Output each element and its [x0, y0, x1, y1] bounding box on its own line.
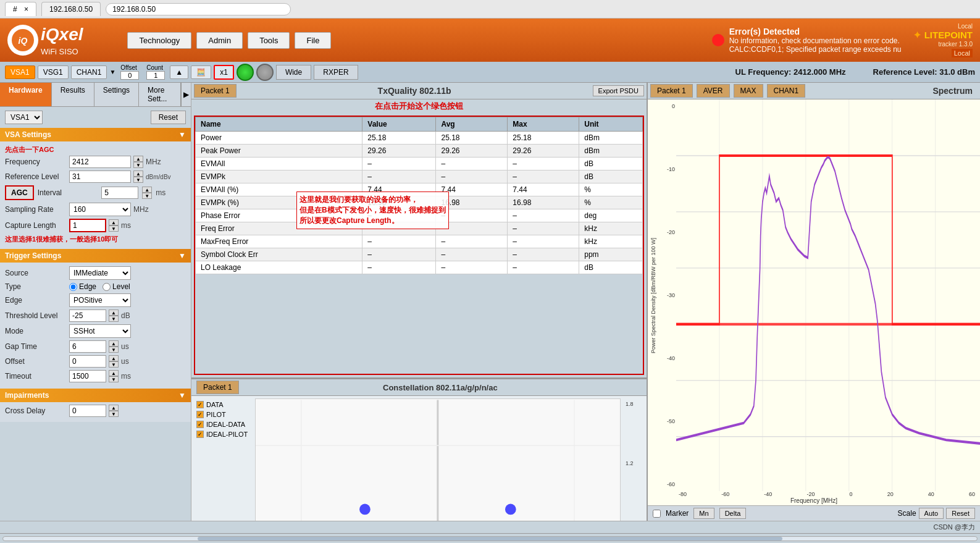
spectrum-inner: Power Spectral Density [dBm/RBW per 100 …	[648, 99, 980, 491]
edge-type-select[interactable]: POSitiveNEGative	[69, 293, 131, 307]
mode-select[interactable]: SSHotCONTinuous	[69, 324, 131, 338]
tab-results[interactable]: Results	[52, 83, 94, 106]
rxper-btn[interactable]: RXPER	[314, 65, 358, 80]
interval-unit: ms	[156, 188, 186, 197]
freq-info: UL Frequency: 2412.000 MHz	[735, 67, 846, 77]
tab-more-settings[interactable]: More Sett...	[139, 83, 181, 106]
table-cell-name: Phase Error	[196, 209, 362, 222]
trig-offset-spin[interactable]: ▲▼	[109, 355, 119, 368]
txq-title: TxQuality 802.11b	[378, 86, 451, 96]
vsg1-btn[interactable]: VSG1	[38, 65, 69, 79]
browser-tab-hash[interactable]: # ×	[5, 2, 36, 16]
admin-btn[interactable]: Admin	[196, 32, 243, 49]
trigger-collapse-icon: ▼	[178, 251, 186, 260]
edge-radio[interactable]	[69, 283, 77, 291]
threshold-unit: dB	[121, 311, 152, 320]
tools-btn[interactable]: Tools	[248, 32, 290, 49]
sampling-unit: MHz	[133, 205, 164, 214]
ref-spin[interactable]: ▲▼	[133, 170, 143, 183]
capture-input[interactable]	[69, 219, 106, 232]
spec-max-tab[interactable]: MAX	[734, 84, 763, 98]
reset-btn[interactable]: Reset	[151, 111, 186, 124]
interval-input[interactable]	[101, 187, 138, 199]
threshold-spin[interactable]: ▲▼	[109, 309, 119, 322]
panel-expand-btn[interactable]: ▶	[181, 83, 191, 106]
cross-delay-spin[interactable]: ▲▼	[109, 405, 119, 417]
timeout-input[interactable]	[69, 370, 106, 382]
vsa-dropdown[interactable]: VSA1	[5, 111, 43, 124]
gap-spin[interactable]: ▲▼	[109, 340, 119, 353]
tab-settings[interactable]: Settings	[94, 83, 139, 106]
wide-btn[interactable]: Wide	[276, 65, 311, 80]
legend-checkbox[interactable]: ✓	[196, 401, 204, 408]
trigger-offset-input[interactable]	[69, 355, 106, 368]
legend-checkbox[interactable]: ✓	[196, 421, 204, 428]
app-container: iQ iQxel WiFi SISO Technology Admin Tool…	[0, 19, 980, 543]
delta-btn[interactable]: Delta	[719, 508, 747, 519]
count-input[interactable]	[146, 71, 165, 80]
cross-delay-label: Cross Delay	[5, 406, 67, 415]
const-header: Packet 1 Constellation 802.11a/g/p/n/ac	[191, 379, 647, 396]
marker-checkbox[interactable]	[653, 510, 661, 518]
bottom-scrollbar[interactable]	[0, 533, 980, 543]
technology-btn[interactable]: Technology	[127, 32, 191, 49]
table-cell-name: LO Leakage	[196, 261, 362, 274]
timeout-spin[interactable]: ▲▼	[109, 370, 119, 382]
address-bar[interactable]: 192.168.0.50	[106, 3, 291, 15]
scale-auto-btn[interactable]: Auto	[919, 508, 944, 519]
txq-table-scroll[interactable]: Name Value Avg Max Unit Power25.1825.182…	[194, 116, 644, 375]
chan1-btn[interactable]: CHAN1	[71, 65, 107, 79]
table-cell-avg: –	[436, 170, 508, 183]
txq-packet-tab[interactable]: Packet 1	[194, 84, 237, 98]
export-psdu-btn[interactable]: Export PSDU	[593, 85, 644, 96]
scale-reset-btn[interactable]: Reset	[946, 508, 975, 519]
ref-level-input[interactable]	[69, 170, 131, 183]
tab-hardware[interactable]: Hardware	[0, 83, 52, 106]
legend-checkbox[interactable]: ✓	[196, 411, 204, 418]
vsa-settings-header[interactable]: VSA Settings ▼	[0, 128, 191, 141]
impairments-header[interactable]: Impairments ▼	[0, 389, 191, 402]
table-cell-name: Freq Error	[196, 222, 362, 235]
cross-delay-input[interactable]	[69, 405, 106, 417]
table-cell-name: EVMAll (%)	[196, 183, 362, 196]
freq-input[interactable]	[69, 156, 131, 168]
table-cell-max: 16.98	[508, 196, 579, 209]
threshold-input[interactable]	[69, 309, 106, 322]
scrollbar-thumb[interactable]	[198, 537, 782, 541]
x1-btn[interactable]: x1	[214, 65, 234, 80]
x-tick: 40	[928, 491, 934, 497]
source-select[interactable]: IMMediateEXTernal	[69, 266, 131, 280]
col-value: Value	[362, 117, 436, 132]
agc-button[interactable]: AGC	[5, 185, 34, 200]
vsa1-btn[interactable]: VSA1	[5, 65, 35, 79]
sampling-select[interactable]: 1608040	[69, 203, 131, 216]
offset-input[interactable]	[120, 71, 139, 80]
mn-btn[interactable]: Mn	[693, 508, 714, 519]
sampling-label: Sampling Rate	[5, 205, 67, 214]
scale-label: Scale	[898, 509, 916, 518]
legend-checkbox[interactable]: ✓	[196, 431, 204, 438]
table-row: Freq Error–––kHz	[196, 222, 643, 235]
calc-btn[interactable]: 🧮	[191, 65, 211, 79]
file-btn[interactable]: File	[295, 32, 331, 49]
trigger-settings-header[interactable]: Trigger Settings ▼	[0, 249, 191, 263]
spec-packet-tab[interactable]: Packet 1	[650, 84, 693, 98]
interval-spin[interactable]: ▲▼	[142, 187, 152, 199]
gap-input[interactable]	[69, 340, 106, 353]
freq-spin[interactable]: ▲▼	[133, 156, 143, 168]
stop-gray-btn[interactable]	[256, 64, 274, 81]
level-radio[interactable]	[103, 283, 111, 291]
up-arrow-btn[interactable]: ▲	[170, 65, 188, 79]
close-tab-icon[interactable]: ×	[24, 5, 28, 14]
spec-aver-tab[interactable]: AVER	[697, 84, 730, 98]
capture-spin[interactable]: ▲▼	[109, 219, 119, 232]
table-cell-max: 7.44	[508, 183, 579, 196]
offset-group: Offset	[120, 64, 139, 80]
threshold-row: Threshold Level ▲▼ dB	[5, 309, 186, 322]
start-green-btn[interactable]	[237, 64, 254, 81]
chan-dropdown-icon[interactable]: ▼	[109, 69, 115, 75]
spec-chan-tab[interactable]: CHAN1	[767, 84, 806, 98]
browser-tab-ip[interactable]: 192.168.0.50	[41, 2, 101, 16]
const-packet-tab[interactable]: Packet 1	[196, 381, 239, 394]
table-cell-value: –	[362, 158, 436, 170]
